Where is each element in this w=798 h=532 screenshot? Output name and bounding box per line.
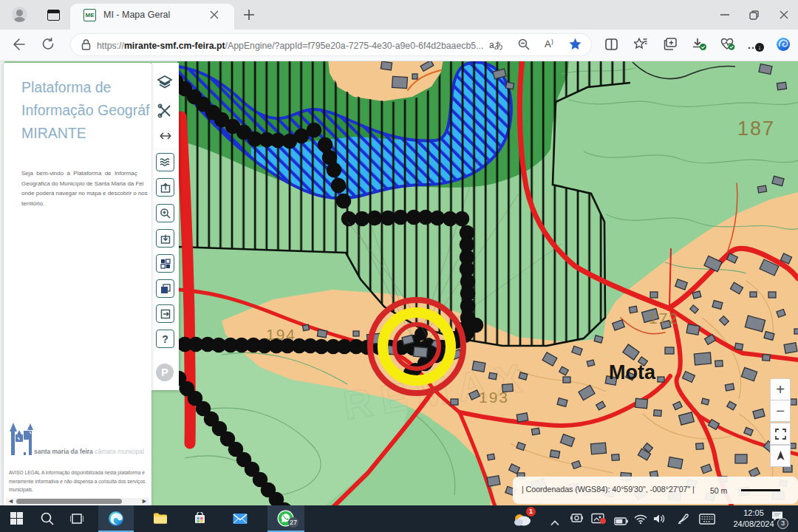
svg-text:Mota: Mota	[609, 361, 656, 383]
svg-text:194: 194	[266, 326, 296, 343]
svg-text:172: 172	[649, 310, 679, 327]
svg-text:187: 187	[737, 117, 775, 140]
